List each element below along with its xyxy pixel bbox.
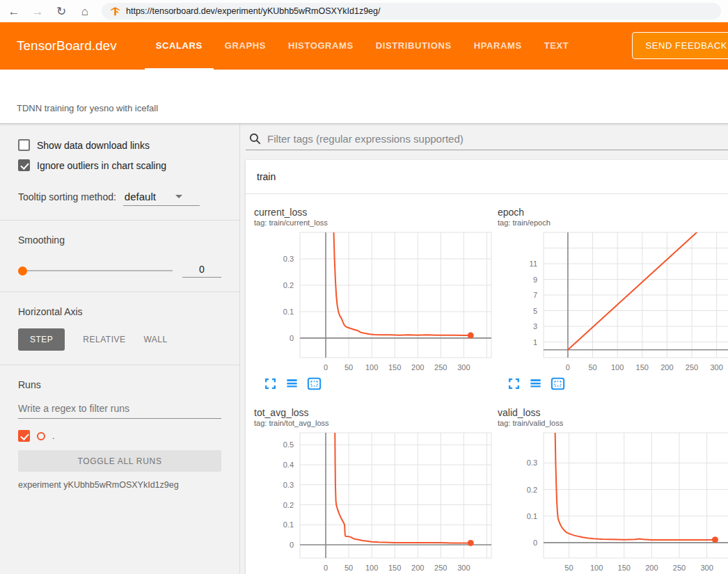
svg-text:50: 50	[588, 363, 596, 372]
charts-grid: current_losstag: train/current_loss05010…	[246, 194, 728, 574]
svg-text:0.5: 0.5	[283, 440, 294, 449]
svg-text:250: 250	[686, 363, 698, 372]
send-feedback-button[interactable]: SEND FEEDBACK	[632, 32, 728, 59]
train-section-card: train current_losstag: train/current_los…	[246, 160, 728, 574]
tab-scalars[interactable]: SCALARS	[145, 22, 214, 70]
chart-card-current_loss: current_losstag: train/current_loss05010…	[254, 207, 498, 393]
svg-text:50: 50	[345, 363, 353, 372]
chart-title: valid_loss	[498, 407, 728, 418]
url-text: https://tensorboard.dev/experiment/yKUbh…	[126, 6, 380, 16]
svg-text:3: 3	[533, 322, 537, 330]
svg-text:200: 200	[645, 564, 658, 572]
scalars-main: train current_losstag: train/current_los…	[240, 124, 728, 574]
svg-text:100: 100	[611, 363, 624, 372]
show-download-checkbox[interactable]	[18, 139, 30, 151]
show-download-label: Show data download links	[37, 140, 150, 151]
run-checkbox[interactable]	[18, 430, 30, 442]
address-bar[interactable]: https://tensorboard.dev/experiment/yKUbh…	[102, 3, 721, 19]
svg-text:0: 0	[533, 539, 537, 547]
expand-chart-icon[interactable]	[507, 377, 521, 393]
tooltip-sorting-label: Tooltip sorting method:	[18, 191, 116, 202]
svg-text:0: 0	[324, 363, 328, 372]
chart-title: current_loss	[254, 207, 498, 218]
forward-icon[interactable]: →	[31, 6, 45, 17]
svg-text:150: 150	[388, 564, 401, 572]
app-logo[interactable]: TensorBoard.dev	[0, 22, 145, 70]
svg-text:7: 7	[533, 291, 537, 299]
expand-chart-icon[interactable]	[264, 377, 277, 393]
svg-text:0.1: 0.1	[283, 520, 294, 529]
svg-text:9: 9	[533, 276, 537, 284]
svg-text:250: 250	[434, 363, 447, 372]
toggle-all-runs-button[interactable]: TOGGLE ALL RUNS	[18, 450, 221, 472]
line-chart-current_loss[interactable]: 05010015020025030000.10.20.3	[254, 230, 493, 376]
line-chart-tot_avg_loss[interactable]: 05010015020025030000.10.20.30.40.5	[254, 430, 493, 574]
axis-relative-button[interactable]: RELATIVE	[83, 328, 125, 351]
sidebar-divider	[0, 220, 239, 221]
axis-wall-button[interactable]: WALL	[143, 328, 167, 351]
tab-distributions[interactable]: DISTRIBUTIONS	[365, 22, 463, 70]
smoothing-slider[interactable]	[18, 270, 173, 271]
svg-text:200: 200	[660, 363, 673, 372]
svg-text:0.1: 0.1	[527, 512, 537, 520]
svg-text:0: 0	[324, 564, 328, 572]
chart-actions	[498, 377, 728, 393]
tab-text[interactable]: TEXT	[533, 22, 580, 70]
smoothing-slider-row: 0	[18, 264, 221, 278]
svg-text:0.3: 0.3	[283, 255, 294, 263]
chevron-down-icon	[175, 195, 182, 198]
svg-text:100: 100	[365, 564, 378, 572]
filter-tags-input[interactable]	[267, 133, 728, 145]
horizontal-axis-label: Horizontal Axis	[18, 306, 221, 317]
axis-step-button[interactable]: STEP	[18, 328, 65, 351]
svg-text:150: 150	[618, 564, 631, 572]
svg-text:150: 150	[636, 363, 649, 372]
svg-text:11: 11	[530, 260, 537, 268]
svg-text:50: 50	[345, 564, 353, 572]
back-icon[interactable]: ←	[7, 6, 21, 17]
svg-text:250: 250	[434, 564, 447, 572]
experiment-title: TDNN training for yesno with icefall	[17, 103, 158, 113]
svg-text:0.2: 0.2	[283, 281, 294, 289]
svg-text:300: 300	[457, 363, 470, 372]
line-chart-valid_loss[interactable]: 5010015020025030000.10.20.3	[498, 430, 728, 574]
reload-icon[interactable]: ↻	[54, 6, 68, 17]
svg-text:0: 0	[290, 541, 294, 549]
chart-title: epoch	[498, 207, 728, 218]
sidebar-divider	[0, 365, 239, 365]
svg-text:1: 1	[533, 338, 537, 346]
log-scale-icon[interactable]	[529, 377, 542, 393]
tab-hparams[interactable]: HPARAMS	[463, 22, 533, 70]
line-chart-epoch[interactable]: 0501001502002503001357911	[498, 230, 728, 376]
tab-histograms[interactable]: HISTOGRAMS	[277, 22, 365, 70]
tooltip-sorting-select[interactable]: default	[123, 191, 200, 206]
log-scale-icon[interactable]	[285, 377, 299, 393]
svg-text:0.2: 0.2	[527, 486, 537, 494]
tab-graphs[interactable]: GRAPHS	[214, 22, 277, 70]
chart-card-tot_avg_loss: tot_avg_losstag: train/tot_avg_loss05010…	[254, 407, 498, 574]
chart-tag: tag: train/tot_avg_loss	[254, 419, 498, 427]
smoothing-value[interactable]: 0	[182, 264, 221, 278]
ignore-outliers-label: Ignore outliers in chart scaling	[37, 160, 166, 171]
smoothing-slider-thumb[interactable]	[18, 266, 27, 276]
svg-text:0.3: 0.3	[283, 481, 294, 489]
tooltip-sorting-row: Tooltip sorting method: default	[18, 191, 221, 206]
svg-text:150: 150	[388, 363, 401, 372]
svg-text:250: 250	[673, 564, 686, 572]
show-download-row: Show data download links	[18, 139, 221, 151]
tensorboard-header: TensorBoard.dev SCALARS GRAPHS HISTOGRAM…	[0, 22, 728, 70]
train-section-header[interactable]: train	[246, 160, 728, 194]
settings-sidebar: Show data download links Ignore outliers…	[0, 124, 240, 574]
fit-domain-icon[interactable]	[307, 377, 322, 393]
smoothing-label: Smoothing	[18, 234, 221, 246]
svg-text:300: 300	[700, 564, 713, 572]
fit-domain-icon[interactable]	[551, 377, 565, 393]
runs-regex-input[interactable]	[18, 399, 221, 419]
ignore-outliers-checkbox[interactable]	[18, 159, 30, 171]
run-row: .	[18, 430, 221, 442]
svg-text:100: 100	[365, 363, 378, 372]
home-icon[interactable]: ⌂	[78, 6, 92, 17]
svg-text:300: 300	[457, 564, 470, 572]
main-nav: SCALARS GRAPHS HISTOGRAMS DISTRIBUTIONS …	[145, 22, 580, 70]
experiment-id: experiment yKUbhb5wRmOSXYkId1z9eg	[18, 480, 221, 490]
